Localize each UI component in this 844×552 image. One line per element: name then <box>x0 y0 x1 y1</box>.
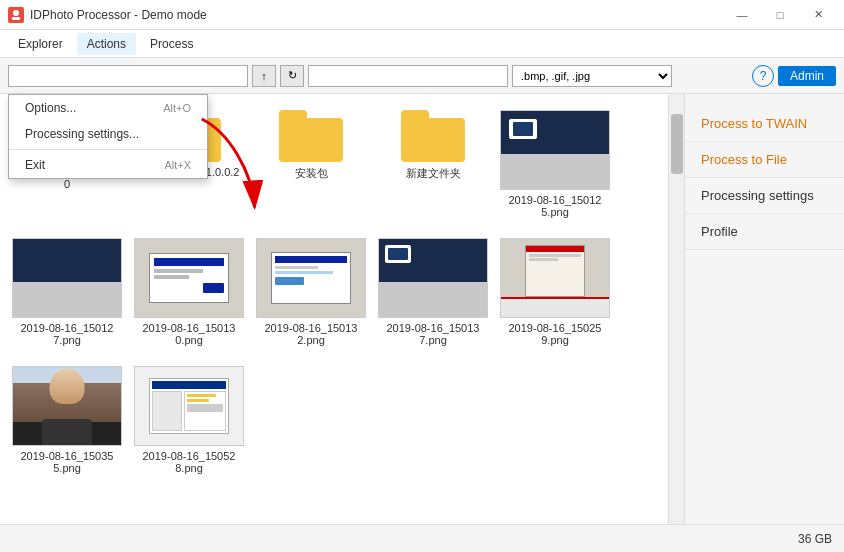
minimize-button[interactable]: — <box>724 5 760 25</box>
exit-shortcut: Alt+X <box>164 159 191 171</box>
title-bar-left: IDPhoto Processor - Demo mode <box>8 7 207 23</box>
second-path-input[interactable] <box>308 65 508 87</box>
exit-label: Exit <box>25 158 45 172</box>
app-icon <box>8 7 24 23</box>
folder-icon <box>279 110 343 162</box>
toolbar: ↑ ↻ .bmp, .gif, .jpg ? Admin <box>0 58 844 94</box>
file-label: 2019-08-16_150125.png <box>504 194 606 218</box>
file-item[interactable]: 2019-08-16_150528.png <box>134 362 244 478</box>
folder-icon <box>401 110 465 162</box>
panel-processing-settings[interactable]: Processing settings <box>685 178 844 214</box>
menu-explorer[interactable]: Explorer <box>8 33 73 55</box>
processing-settings-label: Processing settings... <box>25 127 139 141</box>
panel-process-twain[interactable]: Process to TWAIN <box>685 106 844 142</box>
refresh-button[interactable]: ↻ <box>280 65 304 87</box>
app-title: IDPhoto Processor - Demo mode <box>30 8 207 22</box>
panel-process-file[interactable]: Process to File <box>685 142 844 178</box>
file-label: 2019-08-16_150132.png <box>260 322 362 346</box>
file-item[interactable]: 2019-08-16_150130.png <box>134 234 244 350</box>
thumbnail <box>12 366 122 446</box>
scroll-thumb[interactable] <box>671 114 683 174</box>
status-bar: 36 GB <box>0 524 844 552</box>
dropdown-exit[interactable]: Exit Alt+X <box>9 152 207 178</box>
up-button[interactable]: ↑ <box>252 65 276 87</box>
file-label: 2019-08-16_150355.png <box>16 450 118 474</box>
thumbnail <box>134 366 244 446</box>
panel-profile[interactable]: Profile <box>685 214 844 250</box>
options-label: Options... <box>25 101 76 115</box>
path-input[interactable] <box>8 65 248 87</box>
filter-select[interactable]: .bmp, .gif, .jpg <box>512 65 672 87</box>
window-controls: — □ ✕ <box>724 5 836 25</box>
folder-item[interactable]: 安装包 <box>256 106 366 222</box>
svg-rect-1 <box>12 17 20 20</box>
disk-space: 36 GB <box>798 532 832 546</box>
thumbnail <box>134 238 244 318</box>
options-shortcut: Alt+O <box>163 102 191 114</box>
file-item[interactable]: 2019-08-16_150355.png <box>12 362 122 478</box>
file-label: 2019-08-16_150528.png <box>138 450 240 474</box>
thumbnail <box>12 238 122 318</box>
folder-label: 新建文件夹 <box>406 166 461 181</box>
help-button[interactable]: ? <box>752 65 774 87</box>
file-label: 2019-08-16_150127.png <box>16 322 118 346</box>
scrollbar[interactable] <box>668 94 684 524</box>
close-button[interactable]: ✕ <box>800 5 836 25</box>
file-item[interactable]: 2019-08-16_150137.png <box>378 234 488 350</box>
file-label: 2019-08-16_150259.png <box>504 322 606 346</box>
dropdown-separator <box>9 149 207 150</box>
maximize-button[interactable]: □ <box>762 5 798 25</box>
file-label: 2019-08-16_150130.png <box>138 322 240 346</box>
file-item[interactable]: 2019-08-16_150259.png <box>500 234 610 350</box>
file-item[interactable]: 2019-08-16_150127.png <box>12 234 122 350</box>
dropdown-processing-settings[interactable]: Processing settings... <box>9 121 207 147</box>
right-panel: Process to TWAIN Process to File Process… <box>684 94 844 524</box>
thumbnail <box>378 238 488 318</box>
folder-label: 安装包 <box>295 166 328 181</box>
thumbnail <box>256 238 366 318</box>
menu-process[interactable]: Process <box>140 33 203 55</box>
title-bar: IDPhoto Processor - Demo mode — □ ✕ <box>0 0 844 30</box>
file-label: 2019-08-16_150137.png <box>382 322 484 346</box>
admin-button[interactable]: Admin <box>778 66 836 86</box>
dropdown-options[interactable]: Options... Alt+O <box>9 95 207 121</box>
svg-point-0 <box>13 10 19 16</box>
dropdown-menu: Options... Alt+O Processing settings... … <box>8 94 208 179</box>
file-item[interactable]: 2019-08-16_150132.png <box>256 234 366 350</box>
thumbnail <box>500 238 610 318</box>
menu-actions[interactable]: Actions <box>77 33 136 55</box>
menu-bar: Explorer Actions Process <box>0 30 844 58</box>
thumbnail <box>500 110 610 190</box>
folder-item[interactable]: 新建文件夹 <box>378 106 488 222</box>
file-item[interactable]: 2019-08-16_150125.png <box>500 106 610 222</box>
